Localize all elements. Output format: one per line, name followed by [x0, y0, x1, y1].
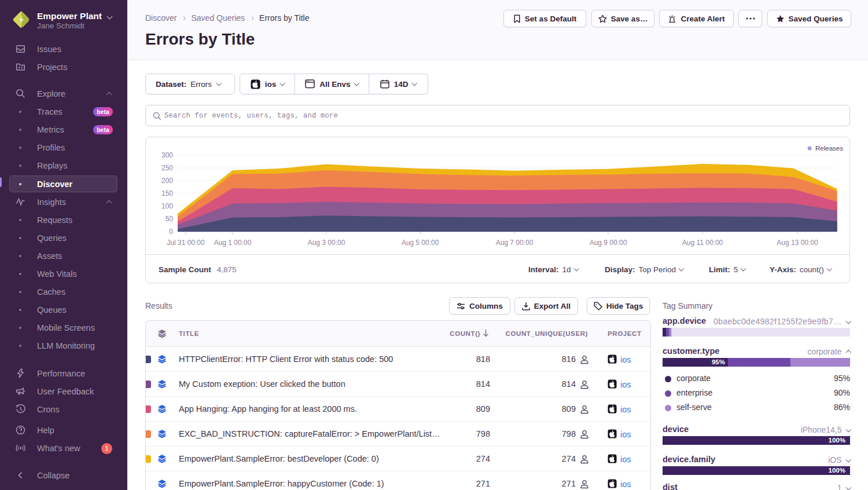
svg-text:50: 50 [165, 215, 174, 223]
svg-text:100: 100 [161, 202, 173, 210]
svg-text:150: 150 [161, 189, 173, 198]
svg-text:Aug 9 00:00: Aug 9 00:00 [590, 239, 627, 247]
svg-text:Aug 1 00:00: Aug 1 00:00 [214, 239, 252, 247]
svg-text:Aug 7 00:00: Aug 7 00:00 [496, 239, 534, 247]
svg-text:Aug 5 00:00: Aug 5 00:00 [402, 239, 439, 247]
svg-text:Jul 31 00:00: Jul 31 00:00 [167, 239, 205, 247]
svg-text:200: 200 [161, 177, 173, 185]
svg-text:Aug 3 00:00: Aug 3 00:00 [308, 239, 345, 247]
svg-text:0: 0 [169, 228, 173, 236]
svg-text:250: 250 [161, 164, 173, 172]
svg-text:300: 300 [161, 151, 173, 159]
